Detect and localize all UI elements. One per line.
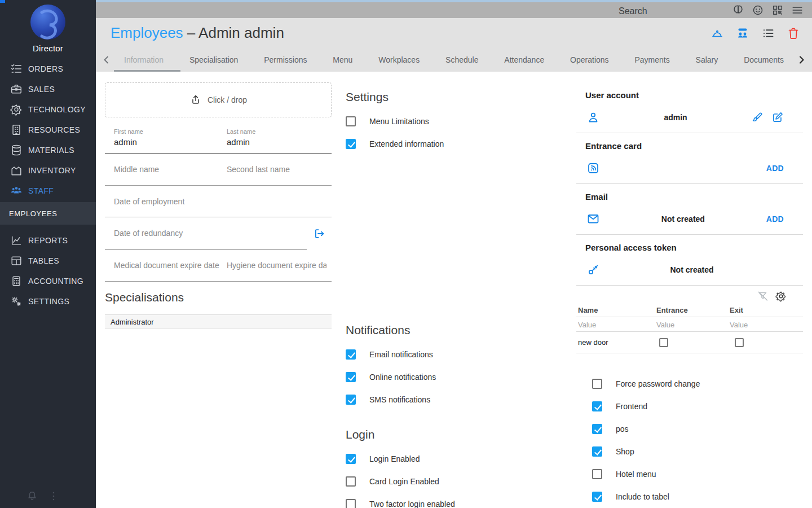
sidebar-item-orders[interactable]: ORDERS [0, 59, 96, 79]
tab-salary[interactable]: Salary [694, 48, 721, 72]
entrance-filter-input[interactable] [656, 321, 719, 329]
sidebar-item-accounting[interactable]: ACCOUNTING [0, 271, 96, 291]
tab-attendance[interactable]: Attendance [502, 48, 546, 72]
exit-filter-input[interactable] [730, 321, 792, 329]
filter-off-icon[interactable] [757, 290, 769, 303]
sidebar-item-sales[interactable]: SALES [0, 79, 96, 99]
kebab-menu-icon[interactable] [47, 490, 60, 502]
specialisation-row[interactable]: Administrator [105, 315, 332, 329]
card-login-checkbox[interactable] [346, 476, 356, 487]
paintbrush-icon[interactable] [751, 111, 764, 124]
hotel-menu-checkbox[interactable] [592, 469, 602, 479]
sidebar-item-resources[interactable]: RESOURCES [0, 120, 96, 140]
dismiss-employee-button[interactable] [307, 227, 332, 240]
option-online-notifications[interactable]: Online notifications [346, 372, 570, 382]
tab-workplaces[interactable]: Workplaces [376, 48, 422, 72]
bell-icon[interactable] [26, 490, 38, 502]
online-notifications-checkbox[interactable] [346, 372, 356, 382]
key-icon [586, 263, 600, 277]
sidebar-item-label: STAFF [28, 186, 54, 195]
ai-assistant-button[interactable] [731, 3, 745, 17]
option-shop[interactable]: Shop [592, 446, 803, 457]
option-pos[interactable]: pos [592, 424, 803, 434]
sidebar-item-label: SETTINGS [28, 297, 69, 306]
option-two-factor-login[interactable]: Two factor login enabled [346, 499, 570, 508]
main-menu-button[interactable] [791, 3, 804, 17]
option-login-enabled[interactable]: Login Enabled [346, 454, 570, 464]
two-factor-checkbox[interactable] [346, 499, 356, 508]
tab-permissions[interactable]: Permissions [262, 48, 309, 72]
tab-specialisation[interactable]: Specialisation [187, 48, 240, 72]
option-sms-notifications[interactable]: SMS notifications [346, 395, 570, 405]
sidebar-item-inventory[interactable]: INVENTORY [0, 160, 96, 181]
trash-icon [787, 27, 800, 40]
name-fields-row: First name Last name [105, 125, 332, 154]
frontend-checkbox[interactable] [592, 401, 602, 411]
last-name-field[interactable] [227, 137, 326, 147]
sidebar-submenu-employees[interactable]: EMPLOYEES [0, 202, 96, 225]
email-add-button[interactable]: ADD [766, 214, 784, 224]
email-notifications-checkbox[interactable] [346, 349, 356, 360]
option-label: Online notifications [369, 373, 436, 382]
option-menu-limitations[interactable]: Menu Limitations [346, 116, 570, 126]
name-filter-input[interactable] [578, 321, 645, 329]
edit-icon[interactable] [771, 111, 784, 124]
option-include-to-tabel[interactable]: Include to tabel [592, 492, 803, 502]
option-frontend[interactable]: Frontend [592, 401, 803, 411]
option-force-password-change[interactable]: Force password change [592, 379, 803, 389]
table-settings-gear-icon[interactable] [775, 290, 787, 303]
force-password-checkbox[interactable] [592, 379, 602, 389]
tabs-scroll-right-button[interactable] [794, 48, 809, 72]
login-enabled-checkbox[interactable] [346, 454, 356, 464]
second-last-name-field[interactable] [227, 165, 326, 174]
date-of-employment-field[interactable] [114, 197, 321, 206]
tabs: Information Specialisation Permissions M… [114, 48, 794, 72]
hygiene-expire-field[interactable] [227, 261, 326, 270]
delete-button[interactable] [786, 26, 801, 41]
sidebar-item-materials[interactable]: MATERIALS [0, 140, 96, 160]
door-entrance-checkbox[interactable] [659, 338, 668, 347]
menu-limitations-checkbox[interactable] [346, 116, 356, 126]
shop-checkbox[interactable] [592, 446, 602, 457]
tab-schedule[interactable]: Schedule [443, 48, 480, 72]
first-name-field[interactable] [114, 137, 221, 147]
qr-scan-button[interactable] [771, 3, 784, 17]
tab-documents[interactable]: Documents [742, 48, 786, 72]
meeting-schedule-button[interactable] [735, 26, 750, 41]
date-of-redundancy-field[interactable] [114, 229, 297, 238]
tab-menu[interactable]: Menu [330, 48, 355, 72]
search-input[interactable] [619, 5, 743, 18]
employees-breadcrumb-link[interactable]: Employees [111, 24, 183, 41]
tab-operations[interactable]: Operations [568, 48, 611, 72]
tab-information[interactable]: Information [122, 48, 166, 72]
column-header-exit[interactable]: Exit [730, 306, 803, 314]
list-view-button[interactable] [761, 26, 775, 41]
door-exit-checkbox[interactable] [735, 338, 744, 347]
pos-checkbox[interactable] [592, 424, 602, 434]
feedback-button[interactable] [751, 3, 765, 17]
sidebar-item-staff[interactable]: STAFF [0, 181, 96, 201]
middle-name-field[interactable] [114, 165, 221, 174]
service-bell-button[interactable] [710, 26, 725, 41]
sidebar-item-reports[interactable]: REPORTS [0, 230, 96, 251]
option-email-notifications[interactable]: Email notifications [346, 349, 570, 360]
sidebar-item-settings[interactable]: SETTINGS [0, 291, 96, 312]
option-extended-information[interactable]: Extended information [346, 139, 570, 149]
sidebar-item-tables[interactable]: TABLES [0, 251, 96, 271]
column-header-entrance[interactable]: Entrance [656, 306, 730, 314]
briefcase-icon [10, 83, 23, 95]
hamburger-icon [791, 4, 804, 16]
photo-dropzone[interactable]: Click / drop [105, 82, 332, 117]
option-hotel-menu[interactable]: Hotel menu [592, 469, 803, 479]
medical-expire-field[interactable] [114, 261, 221, 270]
include-to-tabel-checkbox[interactable] [592, 492, 602, 502]
option-card-login-enabled[interactable]: Card Login Enabled [346, 476, 570, 487]
entrance-card-add-button[interactable]: ADD [766, 164, 784, 173]
column-header-name[interactable]: Name [576, 306, 656, 314]
tabs-scroll-left-button[interactable] [99, 48, 114, 72]
login-title: Login [346, 428, 570, 444]
extended-information-checkbox[interactable] [346, 139, 356, 149]
tab-payments[interactable]: Payments [632, 48, 672, 72]
sms-notifications-checkbox[interactable] [346, 395, 356, 405]
sidebar-item-technology[interactable]: TECHNOLOGY [0, 99, 96, 120]
